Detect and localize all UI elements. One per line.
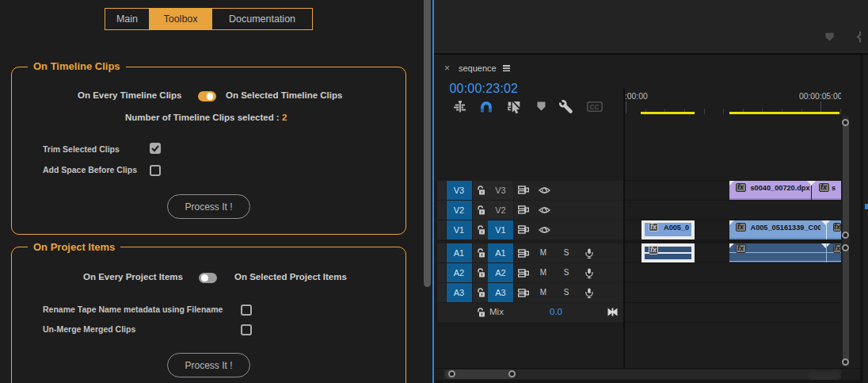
svg-text:CC: CC [589, 103, 599, 111]
